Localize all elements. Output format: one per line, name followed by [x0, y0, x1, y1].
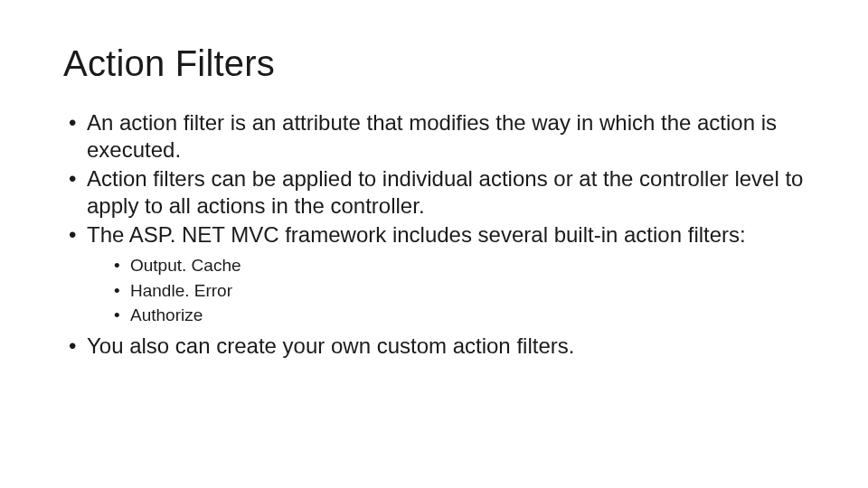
bullet-item: You also can create your own custom acti… [69, 333, 805, 360]
sub-bullet-item: Handle. Error [114, 279, 805, 303]
sub-bullet-item: Output. Cache [114, 254, 805, 277]
slide-title: Action Filters [63, 43, 805, 84]
slide: Action Filters An action filter is an at… [0, 0, 868, 488]
bullet-text: The ASP. NET MVC framework includes seve… [87, 222, 746, 247]
sub-bullet-item: Authorize [114, 304, 805, 327]
bullet-item: Action filters can be applied to individ… [69, 165, 805, 220]
bullet-item: The ASP. NET MVC framework includes seve… [69, 221, 805, 327]
sub-bullet-list: Output. Cache Handle. Error Authorize [114, 254, 805, 327]
bullet-item: An action filter is an attribute that mo… [69, 109, 805, 164]
bullet-list: An action filter is an attribute that mo… [69, 109, 805, 360]
